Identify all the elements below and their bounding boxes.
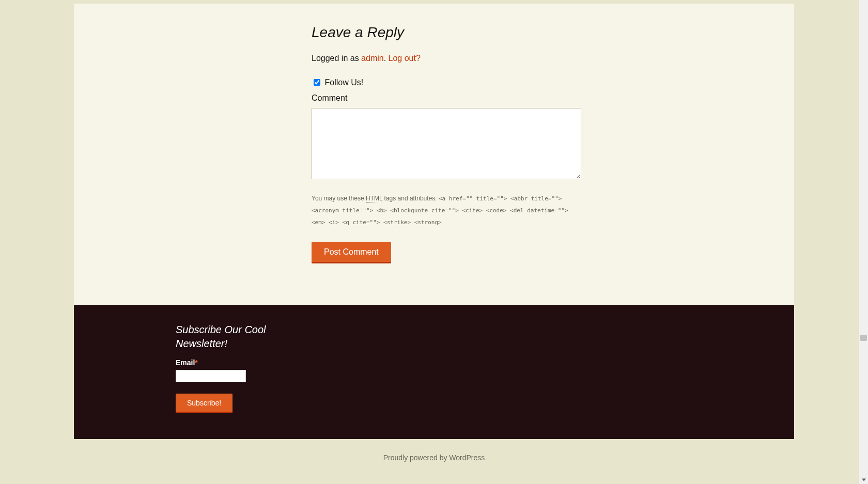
scrollbar-thumb[interactable] (860, 335, 867, 341)
scrollbar[interactable] (859, 0, 868, 484)
post-comment-button[interactable]: Post Comment (312, 242, 391, 263)
allowed-tags-note: You may use these HTML tags and attribut… (312, 193, 581, 228)
reply-title: Leave a Reply (312, 24, 763, 41)
allowed-tags-prefix: You may use these (312, 195, 366, 202)
logged-in-status: Logged in as admin. Log out? (312, 54, 763, 63)
newsletter-widget-title: Subscribe Our Cool Newsletter! (176, 323, 269, 351)
admin-profile-link[interactable]: admin (361, 54, 384, 63)
subscribe-button[interactable]: Subscribe! (176, 394, 233, 413)
allowed-tags-suffix: tags and attributes: (382, 195, 439, 202)
scrollbar-down-arrow-icon[interactable] (859, 475, 868, 484)
follow-us-checkbox[interactable] (314, 79, 320, 86)
footer-widget-area: Subscribe Our Cool Newsletter! Email* Su… (74, 305, 794, 439)
wordpress-credit-link[interactable]: Proudly powered by WordPress (383, 454, 485, 462)
top-strip (74, 0, 794, 4)
comment-textarea[interactable] (312, 108, 581, 179)
site-info-bar: Proudly powered by WordPress (74, 439, 794, 484)
follow-us-label[interactable]: Follow Us! (324, 78, 363, 87)
logged-in-prefix: Logged in as (312, 54, 361, 63)
newsletter-email-input[interactable] (176, 370, 246, 382)
html-abbr: HTML (366, 195, 382, 202)
logged-in-sep: . (384, 54, 389, 63)
logout-link[interactable]: Log out? (389, 54, 421, 63)
comment-form-region: Leave a Reply Logged in as admin. Log ou… (74, 4, 794, 305)
required-asterisk: * (195, 358, 197, 367)
svg-marker-0 (862, 478, 866, 481)
newsletter-email-label: Email (176, 358, 195, 367)
comment-field-label: Comment (312, 93, 763, 103)
follow-us-row: Follow Us! (312, 77, 763, 87)
